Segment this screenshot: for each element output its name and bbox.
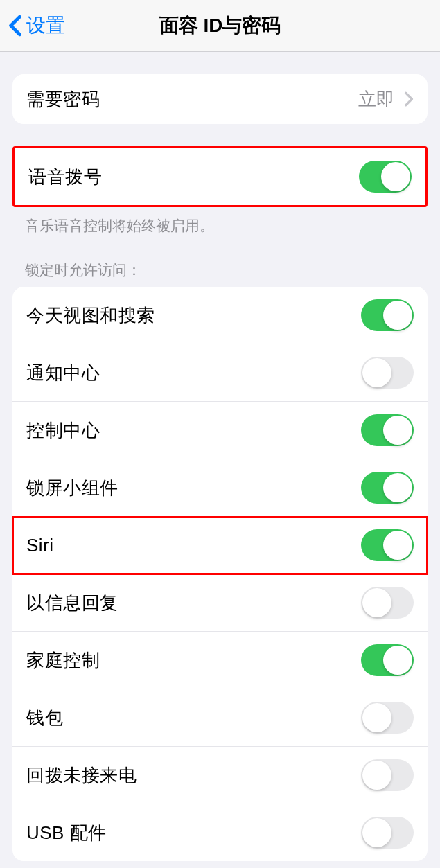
locked-access-row: 家庭控制: [12, 632, 428, 689]
locked-access-toggle[interactable]: [361, 644, 414, 676]
locked-access-row: USB 配件: [12, 804, 428, 861]
locked-access-toggle[interactable]: [361, 357, 414, 389]
toggle-knob: [362, 818, 391, 847]
locked-access-toggle[interactable]: [361, 817, 414, 849]
back-button[interactable]: 设置: [8, 12, 65, 39]
voice-dial-group: 语音拨号: [12, 146, 428, 207]
locked-access-header: 锁定时允许访问：: [0, 260, 440, 287]
chevron-right-icon: [404, 91, 414, 107]
locked-access-group: 今天视图和搜索通知中心控制中心锁屏小组件Siri以信息回复家庭控制钱包回拨未接来…: [12, 287, 428, 861]
require-passcode-row[interactable]: 需要密码 立即: [12, 74, 428, 124]
locked-access-row: 以信息回复: [12, 574, 428, 632]
locked-access-row: 今天视图和搜索: [12, 287, 428, 344]
locked-access-footer: iPhone 锁定超过一小时后，需先解锁 iPhone 才能允许 USB 配件连…: [0, 861, 440, 868]
toggle-knob: [362, 761, 391, 790]
toggle-knob: [381, 162, 410, 191]
locked-access-label: 家庭控制: [26, 648, 100, 673]
toggle-knob: [362, 588, 391, 617]
locked-access-toggle[interactable]: [361, 299, 414, 331]
locked-access-row: 通知中心: [12, 344, 428, 402]
locked-access-label: Siri: [26, 535, 54, 556]
toggle-knob: [362, 358, 391, 387]
page-title: 面容 ID与密码: [159, 12, 281, 39]
locked-access-row: 控制中心: [12, 402, 428, 459]
back-label: 设置: [26, 12, 65, 39]
locked-access-toggle[interactable]: [361, 529, 414, 561]
require-passcode-label: 需要密码: [26, 87, 100, 112]
voice-dial-toggle[interactable]: [359, 161, 412, 193]
locked-access-label: USB 配件: [26, 821, 107, 845]
locked-access-toggle[interactable]: [361, 702, 414, 734]
locked-access-toggle[interactable]: [361, 587, 414, 619]
locked-access-label: 通知中心: [26, 361, 100, 385]
toggle-knob: [383, 531, 412, 560]
toggle-knob: [362, 703, 391, 732]
chevron-left-icon: [8, 15, 22, 37]
locked-access-toggle[interactable]: [361, 472, 414, 504]
toggle-knob: [383, 646, 412, 675]
locked-access-row: 钱包: [12, 689, 428, 747]
locked-access-toggle[interactable]: [361, 414, 414, 446]
voice-dial-label: 语音拨号: [28, 165, 102, 189]
toggle-knob: [383, 416, 412, 445]
locked-access-label: 今天视图和搜索: [26, 303, 155, 328]
navigation-bar: 设置 面容 ID与密码: [0, 0, 440, 52]
locked-access-label: 锁屏小组件: [26, 476, 118, 500]
locked-access-row: 锁屏小组件: [12, 459, 428, 517]
locked-access-label: 钱包: [26, 706, 63, 730]
toggle-knob: [383, 301, 412, 330]
require-passcode-group: 需要密码 立即: [12, 74, 428, 124]
locked-access-toggle[interactable]: [361, 759, 414, 791]
locked-access-label: 控制中心: [26, 418, 100, 443]
voice-dial-footer: 音乐语音控制将始终被启用。: [0, 207, 440, 236]
locked-access-row: Siri: [12, 517, 428, 574]
locked-access-label: 回拨未接来电: [26, 763, 137, 788]
locked-access-label: 以信息回复: [26, 591, 118, 615]
toggle-knob: [383, 473, 412, 502]
require-passcode-value: 立即: [358, 87, 414, 112]
locked-access-row: 回拨未接来电: [12, 747, 428, 804]
voice-dial-row: 语音拨号: [15, 148, 425, 205]
